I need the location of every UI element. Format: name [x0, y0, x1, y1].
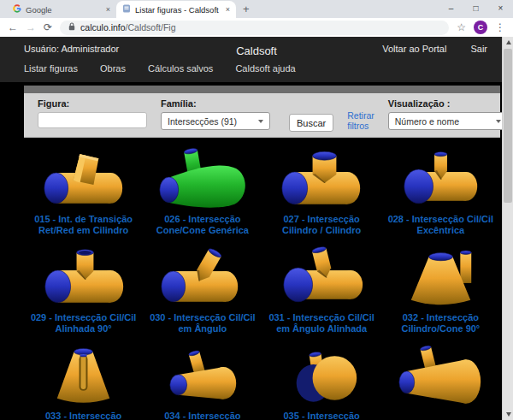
figure-thumbnail[interactable] [24, 340, 143, 409]
figure-label[interactable] [437, 409, 444, 420]
tab-caldsoft[interactable]: Listar figuras - Caldsoft × [116, 1, 236, 18]
figure-thumbnail[interactable] [24, 144, 143, 212]
figure-card-026[interactable]: 026 - Intersecção Cone/Cone Genérica [143, 144, 262, 237]
scroll-up-icon[interactable] [503, 37, 513, 48]
figure-thumbnail[interactable] [143, 340, 262, 409]
nav-item-listar-figuras[interactable]: Listar figuras [24, 63, 78, 74]
nav-item-calculos-salvos[interactable]: Cálculos salvos [148, 63, 213, 74]
nav-item-obras[interactable]: Obras [100, 63, 126, 74]
figura-input[interactable] [38, 112, 147, 128]
figure-label[interactable]: 032 - Intersecção Cilindro/Cone 90° [381, 311, 500, 335]
figure-card-015[interactable]: 015 - Int. de Transição Ret/Red em Cilin… [24, 144, 143, 237]
minimize-button[interactable]: – [439, 0, 463, 18]
nav-item-caldsoft-ajuda[interactable]: Caldsoft ajuda [235, 63, 295, 74]
figure-card-035[interactable]: 035 - Intersecção Cil/Cone [262, 340, 381, 420]
filter-panel: Figura: Família: Intersecções (91) Busca… [24, 93, 500, 138]
scroll-down-icon[interactable] [503, 409, 513, 420]
figure-card-extra[interactable] [381, 340, 500, 420]
visualizacao-select[interactable]: Número e nome [388, 112, 508, 130]
url-path: /Caldsoft/Fig [126, 22, 176, 33]
close-window-button[interactable]: × [488, 0, 513, 18]
familia-select-value: Intersecções (91) [168, 116, 237, 127]
lock-icon [68, 22, 75, 33]
visualizacao-label: Visualização : [388, 98, 508, 109]
figure-thumbnail[interactable] [143, 242, 262, 311]
google-logo-icon [13, 4, 21, 15]
figure-card-030[interactable]: 030 - Intersecção Cil/Cil em Ângulo [143, 242, 262, 335]
figure-label[interactable]: 028 - Intersecção Cil/Cil Excêntrica [381, 212, 500, 237]
figure-thumbnail[interactable] [381, 340, 500, 409]
figure-card-033[interactable]: 033 - Intersecção Cilindro/Cone [24, 340, 143, 420]
figure-thumbnail[interactable] [143, 144, 262, 212]
content-top-strip [24, 86, 500, 93]
figure-card-031[interactable]: 031 - Intersecção Cil/Cil em Ângulo Alin… [262, 242, 381, 335]
buscar-button[interactable]: Buscar [289, 114, 333, 132]
header-links: Voltar ao PortalSair [382, 44, 487, 54]
figure-thumbnail[interactable] [262, 340, 381, 409]
figure-label[interactable]: 033 - Intersecção Cilindro/Cone [24, 409, 143, 420]
retirar-filtros-link[interactable]: Retirar filtros [347, 110, 374, 131]
chevron-down-icon [496, 120, 501, 123]
visualizacao-select-value: Número e nome [395, 116, 459, 127]
tab-title: Google [26, 5, 102, 15]
familia-label: Família: [161, 98, 270, 109]
page-viewport: Usuário: Administrador Caldsoft Voltar a… [0, 37, 513, 420]
figure-grid: 015 - Int. de Transição Ret/Red em Cilin… [24, 144, 500, 420]
figure-label[interactable]: 029 - Intersecção Cil/Cil Alinhada 90° [24, 311, 143, 335]
figure-label[interactable]: 026 - Intersecção Cone/Cone Genérica [143, 212, 262, 237]
tab-title: Listar figuras - Caldsoft [135, 5, 221, 15]
close-tab-icon[interactable]: × [106, 5, 110, 14]
figure-label[interactable]: 035 - Intersecção Cil/Cone [262, 409, 381, 420]
figure-thumbnail[interactable] [24, 242, 143, 311]
bookmark-star-icon[interactable]: ☆ [457, 21, 466, 33]
figure-thumbnail[interactable] [262, 242, 381, 311]
site-header: Usuário: Administrador Caldsoft Voltar a… [0, 37, 513, 82]
tab-google[interactable]: Google × [7, 1, 116, 18]
figure-card-029[interactable]: 029 - Intersecção Cil/Cil Alinhada 90° [24, 242, 143, 335]
header-link-voltar-ao-portal[interactable]: Voltar ao Portal [382, 44, 446, 54]
figure-thumbnail[interactable] [381, 144, 500, 212]
chevron-down-icon [258, 120, 263, 123]
figure-label[interactable]: 034 - Intersecção Cil/Cone [143, 409, 262, 420]
maximize-button[interactable]: □ [463, 0, 488, 18]
scrollbar-thumb[interactable] [504, 49, 512, 203]
figure-thumbnail[interactable] [381, 242, 500, 311]
familia-select[interactable]: Intersecções (91) [161, 112, 270, 130]
figure-label[interactable]: 015 - Int. de Transição Ret/Red em Cilin… [24, 212, 143, 237]
header-link-sair[interactable]: Sair [470, 44, 487, 54]
close-tab-icon[interactable]: × [226, 5, 230, 14]
forward-icon[interactable]: → [26, 22, 36, 33]
refresh-icon[interactable]: ⟳ [44, 22, 52, 33]
profile-avatar[interactable]: C [474, 21, 487, 34]
address-bar[interactable]: calculo.info/Caldsoft/Fig [60, 21, 449, 35]
figura-label: Figura: [38, 98, 147, 109]
figure-label[interactable]: 027 - Intersecção Cilindro / Cilindro [262, 212, 381, 237]
figure-card-027[interactable]: 027 - Intersecção Cilindro / Cilindro [262, 144, 381, 237]
figure-card-028[interactable]: 028 - Intersecção Cil/Cil Excêntrica [381, 144, 500, 237]
figure-card-034[interactable]: 034 - Intersecção Cil/Cone [143, 340, 262, 420]
figure-label[interactable]: 031 - Intersecção Cil/Cil em Ângulo Alin… [262, 311, 381, 335]
page-scrollbar[interactable] [502, 37, 513, 420]
url-host: calculo.info [80, 22, 126, 33]
browser-menu-icon[interactable]: ⋮ [495, 21, 505, 33]
tab-strip: Google × Listar figuras - Caldsoft × + –… [0, 0, 513, 18]
caldsoft-favicon-icon [122, 4, 131, 15]
figure-card-032[interactable]: 032 - Intersecção Cilindro/Cone 90° [381, 242, 500, 335]
figure-label[interactable]: 030 - Intersecção Cil/Cil em Ângulo [143, 311, 262, 335]
new-tab-button[interactable]: + [243, 3, 250, 15]
window-controls: – □ × [439, 0, 513, 18]
browser-toolbar: ← → ⟳ calculo.info/Caldsoft/Fig ☆ C ⋮ [0, 18, 513, 37]
back-icon[interactable]: ← [8, 22, 18, 33]
figure-thumbnail[interactable] [262, 144, 381, 212]
